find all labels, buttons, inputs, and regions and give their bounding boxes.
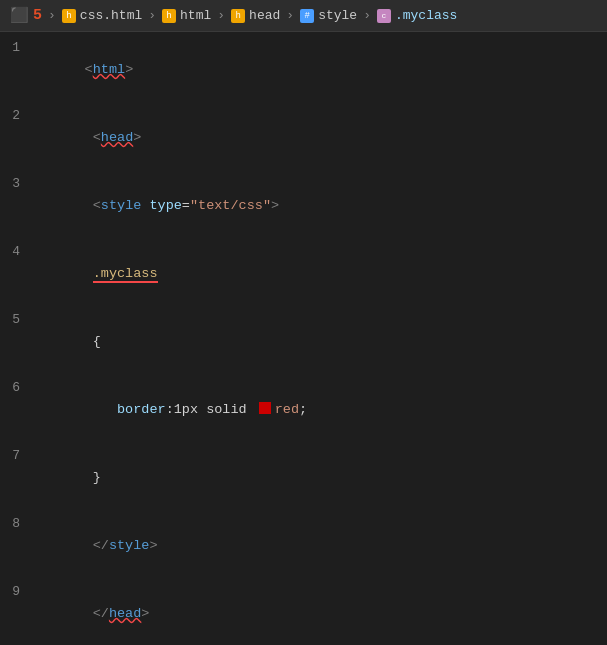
line-content-4: .myclass <box>36 241 607 307</box>
line-num-6: 6 <box>0 377 36 399</box>
code-line-7: 7 } <box>0 444 607 512</box>
code-line-1: 1 <html> <box>0 36 607 104</box>
line-num-9: 9 <box>0 581 36 603</box>
class-icon: c <box>377 9 391 23</box>
sep4: › <box>286 8 294 23</box>
code-line-9: 9 </head> <box>0 580 607 645</box>
line-content-2: <head> <box>36 105 607 171</box>
html-icon: h <box>162 9 176 23</box>
crumb-head[interactable]: head <box>249 8 280 23</box>
code-line-3: 3 <style type="text/css"> <box>0 172 607 240</box>
line-num-4: 4 <box>0 241 36 263</box>
line-num-8: 8 <box>0 513 36 535</box>
code-line-6: 6 border:1px solid red; <box>0 376 607 444</box>
line-content-1: <html> <box>36 37 607 103</box>
line-num-1: 1 <box>0 37 36 59</box>
color-swatch-red <box>259 402 271 414</box>
sep2: › <box>148 8 156 23</box>
line-content-5: { <box>36 309 607 375</box>
line-content-3: <style type="text/css"> <box>36 173 607 239</box>
code-line-8: 8 </style> <box>0 512 607 580</box>
crumb-file[interactable]: css.html <box>80 8 142 23</box>
sep3: › <box>217 8 225 23</box>
code-line-2: 2 <head> <box>0 104 607 172</box>
line-num-7: 7 <box>0 445 36 467</box>
crumb-style[interactable]: style <box>318 8 357 23</box>
code-line-5: 5 { <box>0 308 607 376</box>
line-num-2: 2 <box>0 105 36 127</box>
crumb-myclass[interactable]: .myclass <box>395 8 457 23</box>
crumb-html[interactable]: html <box>180 8 211 23</box>
code-line-4: 4 .myclass <box>0 240 607 308</box>
html5-icon: 5 <box>33 7 42 24</box>
style-icon: # <box>300 9 314 23</box>
code-editor: 1 <html> 2 <head> 3 <style type="text/cs… <box>0 32 607 645</box>
file-icon: h <box>62 9 76 23</box>
sep1: › <box>48 8 56 23</box>
title-bar: ⬛ 5 › h css.html › h html › h head › # s… <box>0 0 607 32</box>
sep5: › <box>363 8 371 23</box>
head-icon: h <box>231 9 245 23</box>
html5-logo: ⬛ <box>10 6 29 25</box>
line-content-6: border:1px solid red; <box>36 377 607 443</box>
line-content-9: </head> <box>36 581 607 645</box>
line-content-8: </style> <box>36 513 607 579</box>
line-content-7: } <box>36 445 607 511</box>
line-num-5: 5 <box>0 309 36 331</box>
line-num-3: 3 <box>0 173 36 195</box>
